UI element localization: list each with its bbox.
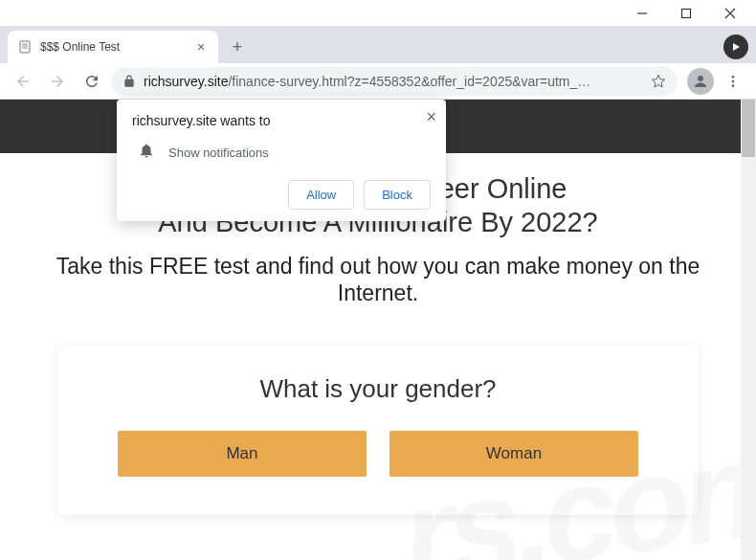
svg-point-11 [732,79,735,82]
url-domain: richsurvey.site [144,74,228,89]
profile-avatar[interactable] [687,68,714,95]
media-control-badge[interactable] [723,34,748,59]
notification-permission-popup: × richsurvey.site wants to Show notifica… [117,100,446,221]
browser-tab[interactable]: $$$ Online Test × [8,31,218,63]
tab-strip: $$$ Online Test × + [0,27,756,63]
window-titlebar [0,0,756,27]
tab-close-icon[interactable]: × [193,39,209,55]
url-text: richsurvey.site/finance-survey.html?z=45… [144,74,643,89]
svg-marker-8 [733,43,740,51]
window-close-button[interactable] [708,0,752,27]
svg-point-12 [732,84,735,87]
window-minimize-button[interactable] [620,0,664,27]
block-button[interactable]: Block [364,180,431,210]
svg-rect-4 [20,41,30,53]
reload-button[interactable] [77,66,107,97]
popup-title: richsurvey.site wants to [132,113,431,128]
tab-title: $$$ Online Test [40,40,193,54]
browser-menu-button[interactable] [718,66,748,97]
popup-title-suffix: wants to [216,113,270,128]
popup-actions: Allow Block [132,180,431,210]
back-button[interactable] [8,66,38,97]
forward-button[interactable] [42,66,73,97]
svg-point-9 [698,76,703,81]
lock-icon [122,75,136,88]
vertical-scrollbar[interactable] [741,100,756,560]
popup-body: Show notifications [132,142,431,163]
survey-question: What is your gender? [86,374,670,404]
popup-site-name: richsurvey.site [132,113,216,128]
option-woman-button[interactable]: Woman [389,431,638,477]
popup-body-text: Show notifications [168,146,269,160]
survey-options: Man Woman [86,431,670,477]
allow-button[interactable]: Allow [288,180,354,210]
svg-point-10 [732,76,735,78]
window-maximize-button[interactable] [664,0,708,27]
toolbar: richsurvey.site/finance-survey.html?z=45… [0,63,756,100]
bookmark-star-icon[interactable] [651,74,666,89]
page-subheadline: Take this FREE test and find out how you… [38,253,718,308]
new-tab-button[interactable]: + [224,34,251,60]
popup-close-icon[interactable]: × [426,107,436,127]
url-path: /finance-survey.html?z=4558352&offer_id=… [228,74,590,89]
scrollbar-thumb[interactable] [742,100,755,157]
tab-favicon-icon [17,39,33,55]
survey-card: What is your gender? Man Woman [57,346,699,515]
address-bar[interactable]: richsurvey.site/finance-survey.html?z=45… [111,67,678,96]
bell-icon [138,142,155,163]
svg-rect-1 [682,9,691,17]
option-man-button[interactable]: Man [118,431,367,477]
